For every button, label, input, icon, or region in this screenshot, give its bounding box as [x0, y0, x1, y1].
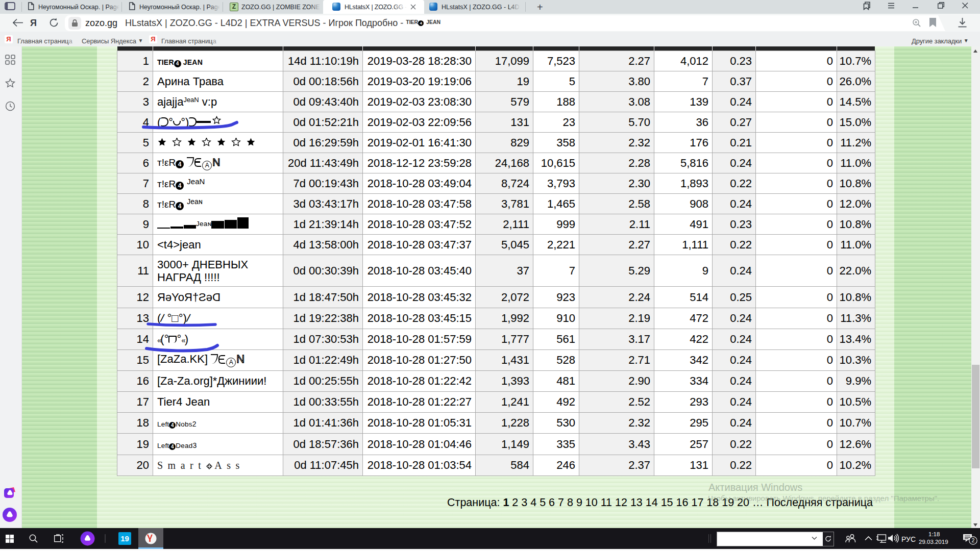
- svg-text:2: 2: [972, 537, 975, 543]
